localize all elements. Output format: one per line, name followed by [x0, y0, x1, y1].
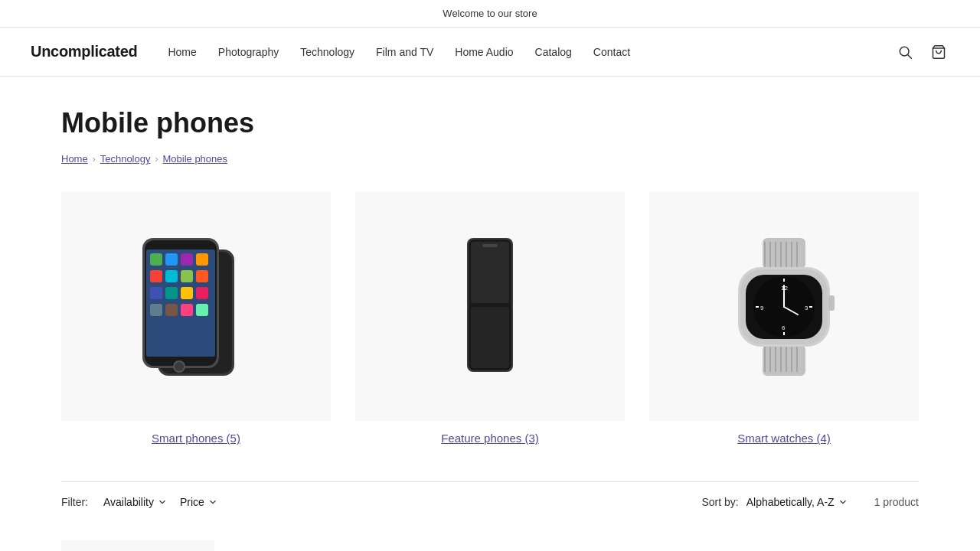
svg-line-1 [908, 54, 912, 58]
availability-filter-label: Availability [103, 496, 154, 508]
main-content: Mobile phones Home › Technology › Mobile… [31, 77, 949, 551]
svg-rect-8 [150, 253, 162, 266]
sort-section: Sort by: Alphabetically, A-Z 1 product [701, 496, 919, 508]
category-label-smartphones[interactable]: Smart phones (5) [152, 432, 240, 445]
header-icons [894, 41, 949, 63]
svg-rect-9 [165, 253, 178, 266]
product-count: 1 product [874, 496, 919, 508]
svg-rect-19 [196, 287, 208, 299]
availability-filter-button[interactable]: Availability [103, 496, 168, 508]
search-icon [897, 44, 913, 60]
svg-rect-11 [196, 253, 208, 266]
price-filter-button[interactable]: Price [180, 496, 218, 508]
svg-rect-14 [181, 270, 193, 282]
product-thumbnail [61, 540, 214, 551]
nav-photography[interactable]: Photography [218, 46, 279, 58]
breadcrumb-home[interactable]: Home [61, 153, 88, 165]
category-label-feature-phones[interactable]: Feature phones (3) [441, 432, 539, 445]
svg-rect-13 [165, 270, 178, 282]
smart-watch-image-svg: 12 3 6 9 [707, 230, 861, 383]
svg-rect-50 [828, 295, 835, 311]
category-label-smart-watches[interactable]: Smart watches (4) [737, 432, 831, 445]
category-grid: Smart phones (5) Feature phones (3) [61, 192, 919, 445]
svg-text:3: 3 [805, 305, 808, 311]
category-image-smart-watches: 12 3 6 9 [649, 192, 919, 421]
sort-value: Alphabetically, A-Z [746, 496, 835, 508]
nav-home-audio[interactable]: Home Audio [455, 46, 513, 58]
svg-rect-16 [150, 287, 162, 299]
price-filter-label: Price [180, 496, 204, 508]
svg-rect-18 [181, 287, 193, 299]
svg-rect-10 [181, 253, 193, 266]
svg-rect-32 [763, 345, 805, 376]
filter-label: Filter: [61, 496, 88, 508]
category-image-feature-phones [355, 192, 625, 421]
svg-rect-17 [165, 287, 178, 299]
filter-bar: Filter: Availability Price Sort by: Alph… [61, 481, 919, 522]
header: Uncomplicated Home Photography Technolog… [0, 28, 980, 77]
svg-rect-12 [150, 270, 162, 282]
announcement-bar: Welcome to our store [0, 0, 980, 28]
smartphone-image-svg [135, 230, 257, 383]
chevron-down-icon [157, 497, 168, 507]
category-image-smartphones [61, 192, 331, 421]
breadcrumb: Home › Technology › Mobile phones [61, 153, 919, 165]
cart-icon [931, 44, 946, 60]
main-nav: Home Photography Technology Film and TV … [168, 46, 894, 58]
nav-film-tv[interactable]: Film and TV [376, 46, 433, 58]
page-title: Mobile phones [61, 107, 919, 139]
svg-rect-23 [196, 304, 208, 316]
logo[interactable]: Uncomplicated [31, 43, 137, 60]
svg-rect-22 [181, 304, 193, 316]
category-card-feature-phones: Feature phones (3) [355, 192, 625, 445]
sort-label: Sort by: [701, 496, 738, 508]
category-card-smartphones: Smart phones (5) [61, 192, 331, 445]
search-button[interactable] [894, 41, 916, 63]
svg-rect-29 [471, 307, 509, 368]
product-row [61, 522, 919, 551]
nav-catalog[interactable]: Catalog [535, 46, 572, 58]
nav-technology[interactable]: Technology [300, 46, 354, 58]
nav-home[interactable]: Home [168, 46, 196, 58]
sort-select-button[interactable]: Alphabetically, A-Z [746, 496, 848, 508]
breadcrumb-current: Mobile phones [162, 153, 227, 165]
svg-rect-28 [471, 242, 509, 303]
breadcrumb-sep-2: › [155, 154, 158, 165]
svg-rect-21 [165, 304, 178, 316]
svg-rect-15 [196, 270, 208, 282]
svg-rect-30 [482, 244, 498, 247]
svg-point-25 [175, 362, 184, 371]
breadcrumb-sep-1: › [93, 154, 96, 165]
svg-text:12: 12 [781, 285, 788, 292]
svg-rect-20 [150, 304, 162, 316]
category-card-smart-watches: 12 3 6 9 Smart watches (4) [649, 192, 919, 445]
svg-text:6: 6 [782, 324, 786, 331]
chevron-down-icon-price [207, 497, 218, 507]
svg-text:9: 9 [760, 305, 764, 311]
cart-button[interactable] [928, 41, 949, 63]
nav-contact[interactable]: Contact [593, 46, 630, 58]
sort-chevron-icon [838, 497, 848, 507]
announcement-text: Welcome to our store [443, 8, 537, 19]
feature-phone-image-svg [444, 230, 536, 383]
svg-rect-31 [763, 238, 805, 269]
breadcrumb-technology[interactable]: Technology [100, 153, 151, 165]
